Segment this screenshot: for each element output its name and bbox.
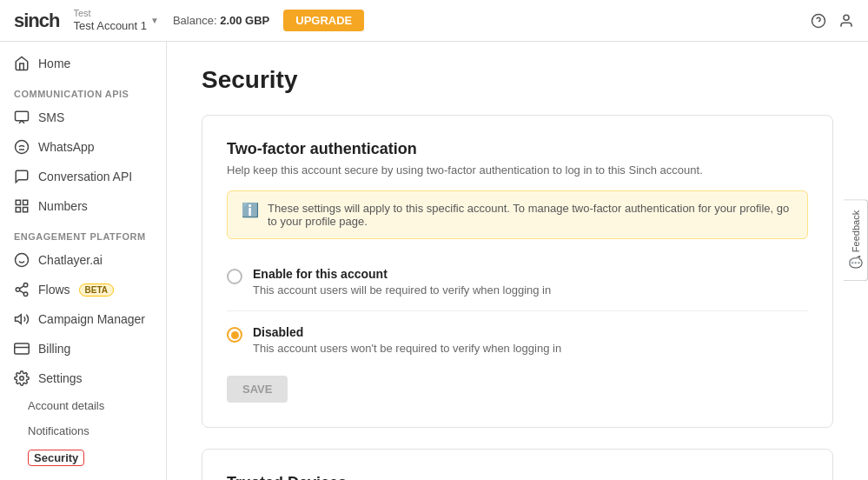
svg-point-2: [844, 15, 849, 20]
sidebar-item-numbers[interactable]: Numbers: [0, 191, 166, 221]
svg-rect-9: [23, 208, 28, 212]
svg-rect-10: [16, 208, 20, 212]
sidebar-item-conversation-api[interactable]: Conversation API: [0, 162, 166, 191]
svg-rect-20: [15, 343, 30, 354]
topbar-right: [811, 13, 854, 29]
page-title: Security: [202, 66, 833, 94]
flows-beta-badge: BETA: [79, 283, 114, 297]
svg-rect-7: [16, 200, 20, 204]
account-chevron-icon: ▼: [150, 16, 159, 25]
conversation-api-icon: [14, 169, 30, 184]
svg-point-15: [16, 288, 20, 292]
numbers-icon: [14, 198, 30, 214]
radio-option-enable[interactable]: Enable for this account This account use…: [227, 257, 808, 307]
sidebar-item-chatlayer[interactable]: Chatlayer.ai: [0, 245, 166, 275]
sidebar-item-home[interactable]: Home: [0, 49, 166, 78]
sidebar-sub-notifications[interactable]: Notifications: [0, 418, 166, 443]
sms-icon: [14, 110, 30, 125]
balance-display: Balance: 2.00 GBP: [173, 14, 269, 27]
settings-label: Settings: [38, 371, 83, 385]
svg-point-4: [16, 141, 29, 154]
svg-rect-8: [23, 200, 28, 204]
section-label-identity: IDENTITY & ACCESS: [0, 472, 166, 480]
svg-line-18: [19, 286, 23, 289]
two-factor-title: Two-factor authentication: [227, 140, 808, 158]
info-icon: ℹ️: [242, 202, 259, 218]
sidebar-item-campaign-manager[interactable]: Campaign Manager: [0, 304, 166, 334]
profile-button[interactable]: [838, 13, 854, 29]
radio-disabled-label: Disabled This account users won't be req…: [253, 325, 561, 355]
topbar: sinch Test Test Account 1 ▼ Balance: 2.0…: [0, 0, 868, 42]
settings-icon: [14, 370, 30, 386]
flows-icon: [14, 282, 30, 297]
feedback-tab[interactable]: 💬 Feedback: [844, 199, 868, 281]
two-factor-card: Two-factor authentication Help keep this…: [202, 115, 833, 428]
home-label: Home: [38, 57, 70, 70]
sidebar-item-sms[interactable]: SMS: [0, 103, 166, 132]
radio-enable-circle[interactable]: [227, 269, 242, 284]
billing-label: Billing: [38, 342, 70, 356]
main-layout: Home Communication APIs SMS WhatsApp Con…: [0, 42, 868, 480]
chatlayer-icon: [14, 252, 30, 268]
svg-marker-19: [16, 315, 22, 324]
numbers-label: Numbers: [38, 199, 88, 213]
feedback-tab-wrapper: 💬 Feedback: [844, 199, 868, 281]
upgrade-button[interactable]: UPGRADE: [283, 10, 364, 31]
svg-point-14: [23, 283, 28, 288]
campaign-manager-icon: [14, 311, 30, 327]
conversation-api-label: Conversation API: [38, 170, 132, 183]
radio-disabled-circle[interactable]: [227, 327, 242, 343]
sidebar-item-settings[interactable]: Settings: [0, 363, 166, 393]
sidebar: Home Communication APIs SMS WhatsApp Con…: [0, 42, 167, 480]
campaign-manager-label: Campaign Manager: [38, 312, 145, 326]
trusted-devices-title: Trusted Devices: [227, 474, 808, 480]
sidebar-item-whatsapp[interactable]: WhatsApp: [0, 132, 166, 162]
feedback-icon: 💬: [849, 256, 862, 270]
chatlayer-label: Chatlayer.ai: [38, 253, 103, 267]
topbar-left: sinch Test Test Account 1 ▼ Balance: 2.0…: [14, 8, 364, 33]
account-selector[interactable]: Test Test Account 1 ▼: [73, 8, 158, 33]
svg-line-17: [19, 290, 23, 293]
flows-label: Flows: [38, 283, 70, 297]
sidebar-item-billing[interactable]: Billing: [0, 334, 166, 363]
section-label-communication: Communication APIs: [0, 78, 166, 103]
sidebar-item-flows[interactable]: Flows BETA: [0, 275, 166, 304]
svg-point-16: [23, 292, 28, 297]
info-box: ℹ️ These settings will apply to this spe…: [227, 190, 808, 239]
help-button[interactable]: [811, 13, 826, 29]
sidebar-sub-security[interactable]: Security: [0, 443, 166, 472]
sidebar-sub-account-details[interactable]: Account details: [0, 393, 166, 418]
home-icon: [14, 56, 30, 71]
trusted-devices-card: Trusted Devices You don't have any trust…: [202, 449, 833, 480]
svg-point-11: [16, 254, 29, 267]
content-area: Security Two-factor authentication Help …: [167, 42, 868, 480]
save-button[interactable]: SAVE: [227, 376, 288, 403]
svg-point-22: [20, 377, 24, 381]
radio-enable-label: Enable for this account This account use…: [253, 267, 551, 297]
billing-icon: [14, 341, 30, 357]
sms-label: SMS: [38, 110, 64, 124]
section-label-engagement: Engagement Platform: [0, 221, 166, 245]
account-name: Test Account 1: [73, 19, 147, 33]
two-factor-description: Help keep this account secure by using t…: [227, 163, 808, 177]
whatsapp-icon: [14, 139, 30, 155]
logo: sinch: [14, 10, 59, 32]
radio-option-disabled[interactable]: Disabled This account users won't be req…: [227, 315, 808, 365]
whatsapp-label: WhatsApp: [38, 140, 95, 154]
svg-rect-3: [16, 111, 29, 121]
info-message: These settings will apply to this specif…: [268, 202, 793, 228]
feedback-label: Feedback: [851, 210, 861, 252]
